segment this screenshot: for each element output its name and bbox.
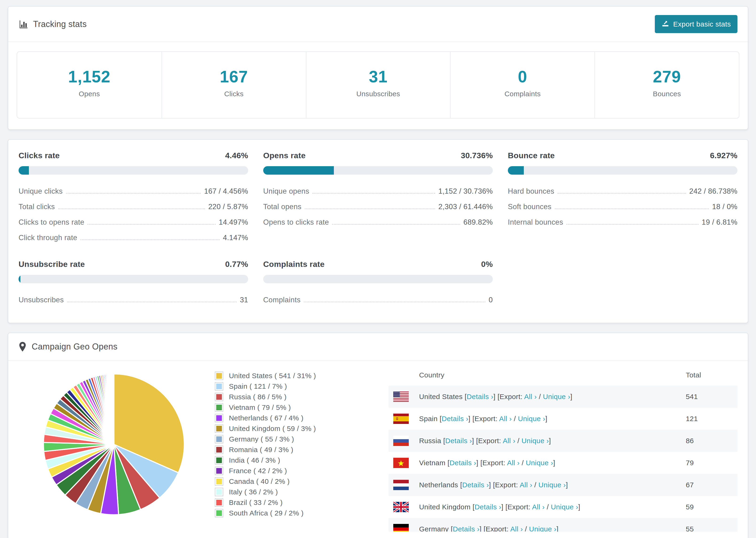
export-label: Export: xyxy=(500,393,523,401)
total-cell: 67 xyxy=(686,481,733,489)
export-all-link[interactable]: All › xyxy=(503,437,515,445)
export-all-link[interactable]: All › xyxy=(532,503,545,511)
export-unique-link[interactable]: Unique › xyxy=(526,459,553,467)
stat-cell: 31Unsubscribes xyxy=(306,52,450,118)
details-link[interactable]: Details › xyxy=(445,437,472,445)
export-basic-stats-button[interactable]: Export basic stats xyxy=(655,15,737,33)
page-title: Tracking stats xyxy=(33,19,87,29)
legend-label: Spain ( 121 / 7% ) xyxy=(229,382,287,390)
rate-stat-value: 1,152 / 30.736% xyxy=(438,187,493,195)
legend-swatch xyxy=(215,393,223,401)
country-name: Spain xyxy=(419,415,438,422)
country-name: United States xyxy=(419,393,462,401)
rate-title: Bounce rate xyxy=(508,151,555,160)
rate-stat-label: Opens to clicks rate xyxy=(263,218,329,227)
rate-head: Unsubscribe rate0.77% xyxy=(19,260,248,269)
details-link[interactable]: Details › xyxy=(475,503,502,511)
details-link[interactable]: Details › xyxy=(467,393,494,401)
rate-stat-row: Clicks to opens rate14.497% xyxy=(19,215,248,230)
total-cell: 79 xyxy=(686,459,733,467)
stat-label: Opens xyxy=(20,90,159,98)
legend-item: United States ( 541 / 31% ) xyxy=(215,372,379,380)
legend-swatch xyxy=(215,435,223,443)
export-unique-link[interactable]: Unique › xyxy=(518,415,545,422)
stat-value: 0 xyxy=(453,67,592,86)
export-all-link[interactable]: All › xyxy=(519,481,532,489)
rate-stat-label: Soft bounces xyxy=(508,202,552,211)
rate-stat-row: Internal bounces19 / 6.81% xyxy=(508,215,737,230)
legend-label: Italy ( 36 / 2% ) xyxy=(229,488,278,496)
flag-us xyxy=(393,392,409,402)
flag-es xyxy=(393,413,409,424)
dotted-leader xyxy=(332,224,460,225)
stat-cell: 167Clicks xyxy=(162,52,306,118)
legend-label: United States ( 541 / 31% ) xyxy=(229,372,316,380)
flag-gb xyxy=(393,502,409,512)
rate-stat-label: Internal bounces xyxy=(508,218,563,227)
details-link[interactable]: Details › xyxy=(453,525,480,532)
country-name: Netherlands xyxy=(419,481,458,489)
export-unique-link[interactable]: Unique › xyxy=(521,437,549,445)
total-cell: 121 xyxy=(686,415,733,423)
rate-title: Opens rate xyxy=(263,151,306,160)
rate-stat-row: Hard bounces242 / 86.738% xyxy=(508,184,737,199)
export-unique-link[interactable]: Unique › xyxy=(543,393,570,401)
export-all-link[interactable]: All › xyxy=(524,393,537,401)
export-unique-link[interactable]: Unique › xyxy=(551,503,578,511)
dotted-leader xyxy=(304,301,485,302)
export-all-link[interactable]: All › xyxy=(510,525,523,532)
rate-stat-row: Soft bounces18 / 0% xyxy=(508,199,737,215)
rate-stat-row: Complaints0 xyxy=(263,292,493,308)
details-link[interactable]: Details › xyxy=(442,415,468,422)
dotted-leader xyxy=(555,208,709,209)
table-row: Vietnam [Details ›] [Export: All › / Uni… xyxy=(389,452,737,474)
legend-swatch xyxy=(215,477,223,486)
rate-stat-row: Unsubscribes31 xyxy=(19,292,248,308)
legend-item: Germany ( 55 / 3% ) xyxy=(215,435,379,443)
total-cell: 86 xyxy=(686,437,733,445)
export-unique-link[interactable]: Unique › xyxy=(538,481,566,489)
stat-label: Bounces xyxy=(597,90,736,98)
legend-item: Italy ( 36 / 2% ) xyxy=(215,488,379,496)
tracking-stats-card: Tracking stats Export basic stats 1,152O… xyxy=(8,6,748,130)
rate-stat-value: 689.82% xyxy=(463,218,493,227)
table-row: United Kingdom [Details ›] [Export: All … xyxy=(389,496,737,518)
export-label: Export: xyxy=(482,459,506,467)
rates-grid: Clicks rate4.46%Unique clicks167 / 4.456… xyxy=(8,140,748,323)
tracking-stats-title: Tracking stats xyxy=(19,19,87,29)
export-label: Export: xyxy=(474,415,498,422)
country-name: United Kingdom xyxy=(419,503,470,511)
rate-stat-value: 31 xyxy=(240,296,248,304)
rate-stat-value: 167 / 4.456% xyxy=(204,187,248,195)
table-row: United States [Details ›] [Export: All ›… xyxy=(389,386,737,408)
dotted-leader xyxy=(66,193,201,194)
stat-label: Complaints xyxy=(453,90,592,98)
rate-stat-row: Unique clicks167 / 4.456% xyxy=(19,184,248,199)
export-all-link[interactable]: All › xyxy=(507,459,520,467)
legend-item: Canada ( 40 / 2% ) xyxy=(215,477,379,486)
legend-item: Netherlands ( 67 / 4% ) xyxy=(215,414,379,422)
details-link[interactable]: Details › xyxy=(462,481,489,489)
legend-item: United Kingdom ( 59 / 3% ) xyxy=(215,424,379,433)
legend-label: South Africa ( 29 / 2% ) xyxy=(229,509,303,517)
rate-head: Opens rate30.736% xyxy=(263,151,493,160)
legend-swatch xyxy=(215,446,223,454)
country-cell: Vietnam [Details ›] [Export: All › / Uni… xyxy=(419,459,686,467)
rate-progress-bar xyxy=(508,166,737,175)
stat-cell: 279Bounces xyxy=(594,52,739,118)
rate-head: Bounce rate6.927% xyxy=(508,151,737,160)
rate-value: 6.927% xyxy=(710,151,737,160)
rate-progress-fill xyxy=(263,166,334,175)
country-cell: Germany [Details ›] [Export: All › / Uni… xyxy=(419,525,686,532)
rate-stat-label: Clicks to opens rate xyxy=(19,218,84,227)
export-all-link[interactable]: All › xyxy=(499,415,512,422)
details-link[interactable]: Details › xyxy=(450,459,476,467)
legend-swatch xyxy=(215,403,223,412)
stat-label: Clicks xyxy=(164,90,303,98)
geo-card-header: Campaign Geo Opens xyxy=(8,333,748,361)
rate-stat-label: Unique opens xyxy=(263,187,309,195)
legend-item: Romania ( 49 / 3% ) xyxy=(215,446,379,454)
rates-card: Clicks rate4.46%Unique clicks167 / 4.456… xyxy=(8,139,748,323)
export-unique-link[interactable]: Unique › xyxy=(529,525,557,532)
table-row: Spain [Details ›] [Export: All › / Uniqu… xyxy=(389,408,737,430)
